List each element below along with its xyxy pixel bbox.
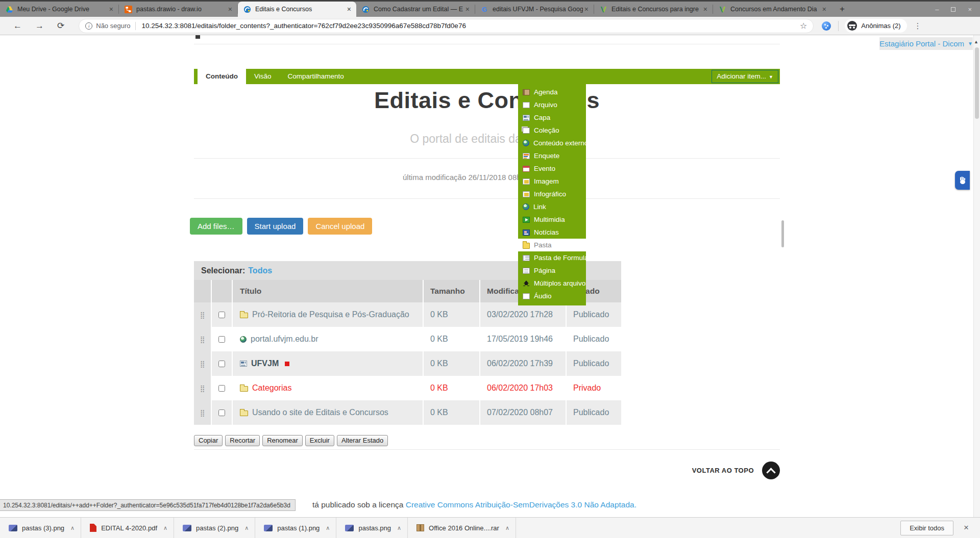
license-link[interactable]: Creative Commons Atribuição-SemDerivaçõe…	[406, 500, 636, 509]
add-menu-item-audio[interactable]: Áudio	[518, 290, 586, 302]
browser-tab-pesquisa-google[interactable]: G editais UFVJM - Pesquisa Googl ×	[475, 2, 594, 17]
new-tab-button[interactable]: +	[835, 3, 850, 16]
delete-button[interactable]: Excluir	[305, 435, 334, 446]
add-menu-item-capa[interactable]: Capa	[518, 111, 586, 124]
start-upload-button[interactable]: Start upload	[247, 218, 304, 235]
row-checkbox[interactable]	[218, 409, 225, 416]
drag-handle-icon[interactable]: ⣿	[200, 385, 205, 392]
chevron-up-icon[interactable]: ∧	[397, 525, 401, 531]
download-item[interactable]: pastas (3).png ∧	[0, 518, 81, 538]
select-all-link[interactable]: Todos	[248, 266, 272, 275]
add-menu-item-imagem[interactable]: Imagem	[518, 175, 586, 188]
address-bar[interactable]: i Não seguro 10.254.32.3:8081/editais/fo…	[79, 19, 814, 33]
row-checkbox[interactable]	[218, 312, 225, 318]
row-checkbox[interactable]	[218, 361, 225, 367]
add-menu-item-multimidia[interactable]: Multimidia	[518, 213, 586, 226]
tab-compartilhamento[interactable]: Compartilhamento	[280, 69, 352, 84]
tab-close-icon[interactable]: ×	[821, 5, 828, 13]
column-header-tamanho[interactable]: Tamanho	[423, 280, 479, 302]
item-link[interactable]: Usando o site de Editais e Concursos	[240, 408, 388, 417]
browser-menu-icon[interactable]: ⋮	[914, 21, 922, 31]
add-files-button[interactable]: Add files…	[190, 218, 242, 235]
window-minimize-icon[interactable]: –	[935, 6, 939, 13]
add-menu-item-enquete[interactable]: Enquete	[518, 149, 586, 162]
vlibras-accessibility-button[interactable]	[955, 171, 970, 190]
site-info-icon[interactable]: i	[85, 22, 92, 30]
row-checkbox[interactable]	[218, 385, 225, 392]
tab-close-icon[interactable]: ×	[108, 5, 115, 13]
profile-chip[interactable]: Anônimas (2)	[845, 19, 906, 33]
plone-user-menu[interactable]: Estagiário Portal - Dicom ▼	[879, 37, 973, 50]
window-close-icon[interactable]: ×	[968, 6, 972, 13]
drag-handle-icon[interactable]: ⣿	[200, 311, 205, 319]
drag-handle-icon[interactable]: ⣿	[200, 409, 205, 417]
item-link[interactable]: Categorias	[240, 383, 291, 393]
drag-handle-icon[interactable]: ⣿	[200, 336, 205, 343]
download-item[interactable]: EDITAL 4-2020.pdf ∧	[81, 518, 174, 538]
row-checkbox[interactable]	[218, 336, 225, 343]
column-header-titulo[interactable]: Título	[232, 280, 423, 302]
add-menu-item-conteudo-externo[interactable]: Conteúdo externo	[518, 137, 586, 149]
window-maximize-icon[interactable]	[951, 7, 955, 12]
url-text[interactable]: 10.254.32.3:8081/editais/folder_contents…	[141, 22, 794, 30]
show-all-downloads-button[interactable]: Exibir todos	[900, 521, 953, 535]
tab-close-icon[interactable]: ×	[702, 5, 709, 13]
upload-buttons: Add files… Start upload Cancel upload	[190, 218, 372, 235]
chevron-up-icon[interactable]: ∧	[70, 525, 75, 531]
dropdown-scrollbar-thumb[interactable]	[781, 220, 784, 247]
back-to-top-button[interactable]	[762, 462, 780, 479]
browser-tab-concursos-andamento[interactable]: Concursos em Andamento Dia ×	[713, 2, 831, 17]
browser-tab-drawio[interactable]: pastas.drawio - draw.io ×	[119, 2, 237, 17]
add-menu-item-evento[interactable]: Evento	[518, 162, 586, 175]
tab-visao[interactable]: Visão	[246, 69, 280, 84]
chevron-up-icon[interactable]: ∧	[163, 525, 167, 531]
download-item[interactable]: pastas (2).png ∧	[174, 518, 255, 538]
browser-tab-editais-active[interactable]: Editais e Concursos ×	[238, 2, 356, 17]
tab-close-icon[interactable]: ×	[227, 5, 234, 13]
download-item[interactable]: Office 2016 Online....rar ∧	[408, 518, 516, 538]
chevron-up-icon[interactable]: ∧	[326, 525, 330, 531]
add-menu-item-pagina[interactable]: Página	[518, 264, 586, 277]
bookmark-star-icon[interactable]: ☆	[800, 21, 807, 31]
page-scrollbar[interactable]: ▲	[973, 35, 980, 517]
download-item[interactable]: pastas.png ∧	[336, 518, 407, 538]
item-link[interactable]: portal.ufvjm.edu.br	[240, 335, 318, 344]
back-to-top-label[interactable]: VOLTAR AO TOPO	[692, 467, 754, 474]
browser-tab-editais-ingresso[interactable]: Editais e Concursos para ingre ×	[594, 2, 713, 17]
browser-tab-como-cadastrar[interactable]: Como Cadastrar um Edital — E ×	[356, 2, 475, 17]
cut-button[interactable]: Recortar	[225, 435, 260, 446]
rename-button[interactable]: Renomear	[262, 435, 303, 446]
add-menu-item-arquivo[interactable]: Arquivo	[518, 98, 586, 111]
add-menu-item-pasta[interactable]: Pasta	[518, 239, 586, 251]
add-menu-item-infografico[interactable]: Infográfico	[518, 188, 586, 200]
close-downloads-bar-icon[interactable]: ×	[964, 523, 969, 533]
add-menu-item-multiplos-arquivos[interactable]: Múltiplos arquivos	[518, 277, 586, 290]
extension-icon[interactable]	[822, 21, 831, 31]
back-icon[interactable]: ←	[13, 21, 22, 31]
tab-close-icon[interactable]: ×	[346, 5, 353, 13]
drag-handle-icon[interactable]: ⣿	[200, 360, 205, 368]
tab-conteudo[interactable]: Conteúdo	[198, 69, 246, 84]
change-state-button[interactable]: Alterar Estado	[337, 435, 388, 446]
add-menu-item-pasta-formularios[interactable]: Pasta de Formulár	[518, 251, 586, 264]
add-menu-item-agenda[interactable]: Agenda	[518, 86, 586, 98]
tab-close-icon[interactable]: ×	[464, 5, 471, 13]
scroll-up-arrow-icon[interactable]: ▲	[974, 39, 978, 44]
tab-close-icon[interactable]: ×	[583, 5, 590, 13]
forward-icon[interactable]: →	[35, 21, 44, 31]
scrollbar-thumb[interactable]	[975, 47, 979, 119]
reload-icon[interactable]: ⟳	[57, 20, 64, 31]
download-item[interactable]: pastas (1).png ∧	[255, 518, 336, 538]
item-link[interactable]: Pró-Reitoria de Pesquisa e Pós-Graduação	[240, 310, 409, 319]
copy-button[interactable]: Copiar	[194, 435, 223, 446]
chevron-up-icon[interactable]: ∧	[505, 525, 509, 531]
agenda-icon	[523, 89, 530, 95]
cancel-upload-button[interactable]: Cancel upload	[308, 218, 372, 235]
add-menu-item-colecao[interactable]: Coleção	[518, 124, 586, 137]
browser-tab-drive[interactable]: Meu Drive - Google Drive ×	[0, 2, 118, 17]
add-menu-item-link[interactable]: Link	[518, 200, 586, 213]
item-link[interactable]: UFVJM	[240, 359, 289, 368]
chevron-up-icon[interactable]: ∧	[244, 525, 249, 531]
add-menu-item-noticias[interactable]: Notícias	[518, 226, 586, 239]
add-item-button[interactable]: Adicionar item...▼	[712, 70, 778, 83]
